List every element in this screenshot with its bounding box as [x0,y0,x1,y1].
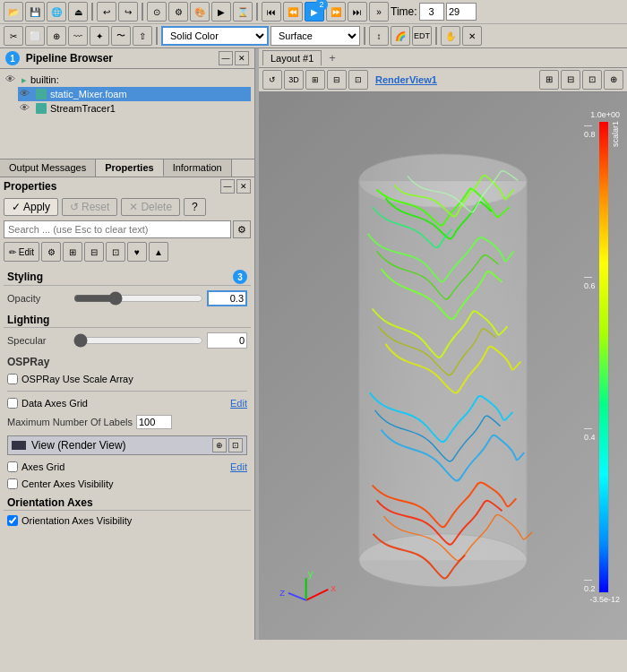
render-btn-1[interactable]: ⊞ [305,70,325,90]
save-button[interactable]: 💾 [25,2,45,22]
orientation-axes-vis-label: Orientation Axes Visibility [21,515,132,526]
color-button[interactable]: 🎨 [190,2,210,22]
svg-line-5 [288,593,306,600]
tab-information[interactable]: Information [164,159,232,177]
connect-button[interactable]: 🌐 [47,2,66,22]
begin-button[interactable]: ⏮ [262,2,281,22]
tool-scroll-up[interactable]: ▲ [149,242,168,262]
data-axes-edit[interactable]: Edit [230,398,247,409]
x-mark-button[interactable]: ✕ [462,26,482,46]
tool-btn-3[interactable]: ⊟ [84,242,104,262]
ospray-label: OSPRay [7,356,49,368]
legend-title: scalar1 [611,121,620,593]
undo-button[interactable]: ↩ [97,2,116,22]
tab-properties[interactable]: Properties [96,159,163,177]
properties-close[interactable]: ✕ [236,179,251,194]
edit-tool-btn[interactable]: ✏ Edit [4,242,39,262]
add-layout-tab[interactable]: + [323,49,341,66]
pipeline-close[interactable]: ✕ [235,51,249,65]
opacity-value-input[interactable] [207,290,247,306]
render-btn-3[interactable]: ⊡ [348,70,368,90]
pipeline-minimize[interactable]: — [219,51,233,65]
loop-button[interactable]: » [369,2,389,22]
view-btn-2[interactable]: ⊡ [228,438,243,452]
slice-button[interactable]: ⬜ [25,26,45,46]
redo-button[interactable]: ↪ [118,2,138,22]
sep5 [364,27,365,45]
render-icon-btn-2[interactable]: ⊟ [561,70,580,90]
eye-icon-stream[interactable]: 👁 [20,102,32,115]
render-icon-btn-3[interactable]: ⊡ [582,70,602,90]
properties-minimize[interactable]: — [220,179,235,194]
end-button[interactable]: ⏭ [348,2,367,22]
axes-grid-edit[interactable]: Edit [230,461,247,472]
contour-button[interactable]: 〰 [68,26,88,46]
disconnect-button[interactable]: ⏏ [68,2,88,22]
orientation-axes-vis-checkbox[interactable] [7,515,18,526]
interact-button[interactable]: ✋ [441,26,460,46]
tool-btn-2[interactable]: ⊞ [63,242,82,262]
render-view-title[interactable]: RenderView1 [375,74,437,85]
gear-button[interactable]: ⚙ [233,220,251,238]
render-icon-btn-4[interactable]: ⊕ [604,70,623,90]
render-reset-btn[interactable]: ↺ [262,70,282,90]
axes-grid-label: Axes Grid [21,461,64,472]
pipeline-tree: 👁 ▸ builtin: 👁 static_Mixer.foam 👁 Strea… [0,69,254,159]
styling-label: Styling [7,271,43,283]
layout-tab-1[interactable]: Layout #1 [262,50,322,65]
tool-btn-1[interactable]: ⚙ [41,242,61,262]
time-step-input[interactable] [446,3,477,21]
time-value-input[interactable] [419,3,444,21]
max-labels-input[interactable] [136,415,172,429]
right-panel: Layout #1 + ↺ 3D ⊞ ⊟ ⊡ RenderView1 ⊞ ⊟ ⊡… [259,48,627,640]
eye-icon-mixer[interactable]: 👁 [20,88,32,100]
specular-slider[interactable] [73,335,203,346]
filter-button[interactable]: ▶ [211,2,231,22]
tool-btn-4[interactable]: ⊡ [106,242,125,262]
warp-button[interactable]: ⇧ [133,26,152,46]
data-axes-checkbox[interactable] [7,398,18,409]
calculator-button[interactable]: ⌛ [233,2,253,22]
next-button[interactable]: ⏩ [326,2,346,22]
tree-static-mixer[interactable]: 👁 static_Mixer.foam [18,87,251,101]
open-button[interactable]: 📂 [4,2,23,22]
specular-label: Specular [7,335,70,346]
colorbar-button[interactable]: 🌈 [391,26,410,46]
clip-button[interactable]: ✂ [4,26,23,46]
ospray-scale-checkbox[interactable] [7,374,18,384]
search-input[interactable] [4,220,231,238]
view-label: View (Render View) [31,439,126,452]
reset-button[interactable]: ↺ Reset [62,198,117,216]
render-icon-btn-1[interactable]: ⊞ [539,70,559,90]
axes-grid-checkbox[interactable] [7,461,18,472]
render-viewport[interactable]: x y z 1.0e+00 — 0.8 — 0.6 — 0.4 — 0.2 [259,92,627,640]
opacity-slider[interactable] [73,293,203,304]
properties-controls: — ✕ [220,179,251,194]
eye-icon-builtin[interactable]: 👁 [5,73,18,86]
prev-button[interactable]: ⏪ [283,2,303,22]
help-button[interactable]: ? [184,198,206,216]
properties-button[interactable]: ⚙ [168,2,188,22]
tab-output-messages[interactable]: Output Messages [0,159,96,177]
apply-button[interactable]: ✓ Apply [4,198,58,216]
tool-btn-5[interactable]: ♥ [127,242,147,262]
render-btn-2[interactable]: ⊟ [327,70,347,90]
delete-label: Delete [141,201,172,213]
rescale-button[interactable]: ↕ [369,26,389,46]
color-legend: 1.0e+00 — 0.8 — 0.6 — 0.4 — 0.2 scalar1 … [584,110,620,604]
reset-camera-button[interactable]: ⊙ [147,2,167,22]
view-btn-1[interactable]: ⊕ [212,438,227,452]
render-3d-btn[interactable]: 3D [284,70,304,90]
stream-button[interactable]: 〜 [111,26,131,46]
delete-button[interactable]: ✕ Delete [121,198,180,216]
edit-colors-button[interactable]: EDT [412,26,432,46]
glyph-button[interactable]: ✦ [90,26,109,46]
apply-label: Apply [23,201,50,213]
tree-builtin[interactable]: 👁 ▸ builtin: [4,73,251,87]
specular-value-input[interactable] [207,332,247,349]
tree-stream-tracer[interactable]: 👁 StreamTracer1 [18,101,251,116]
color-dropdown[interactable]: Solid Color scalar1 [161,26,269,46]
threshold-button[interactable]: ⊕ [47,26,66,46]
surface-dropdown[interactable]: Surface Wireframe Points [271,26,360,46]
center-axes-checkbox[interactable] [7,478,18,489]
